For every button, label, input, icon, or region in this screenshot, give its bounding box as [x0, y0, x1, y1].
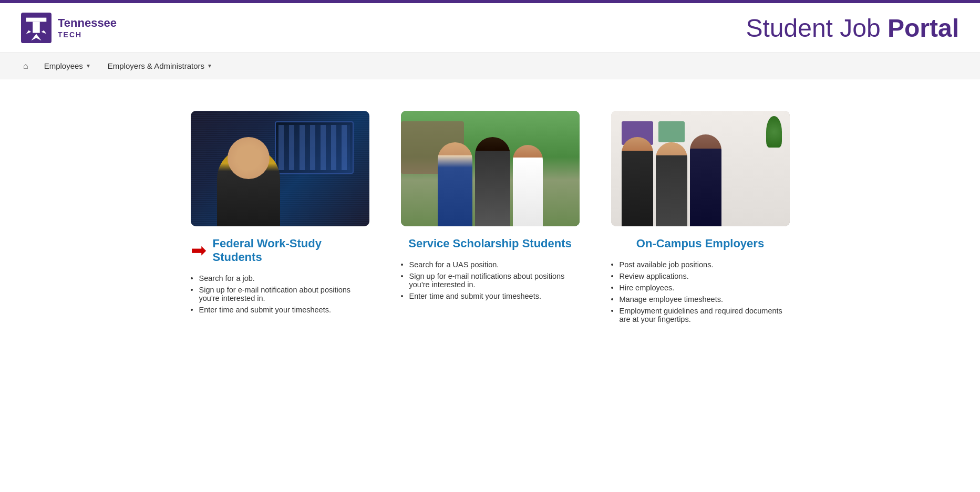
svg-rect-2	[33, 22, 40, 33]
oce-people-decoration	[622, 127, 748, 226]
card-oce-image	[611, 111, 790, 226]
list-item: Post available job positions.	[611, 259, 790, 270]
sss-people-decoration	[438, 132, 543, 226]
employees-dropdown-icon: ▼	[86, 63, 91, 69]
red-arrow-icon: ➡	[191, 241, 207, 260]
employers-dropdown-icon: ▼	[207, 63, 212, 69]
svg-rect-1	[26, 18, 47, 22]
card-sss: Service Scholarship Students Search for …	[401, 111, 580, 325]
header: Tennessee TECH Student Job Portal	[0, 3, 980, 53]
university-tech: TECH	[58, 30, 117, 39]
card-fws-link[interactable]: Federal Work-Study Students	[213, 237, 369, 264]
list-item: Sign up for e-mail notifications about p…	[401, 270, 580, 290]
list-item: Search for a job.	[191, 273, 369, 284]
card-fws-list: Search for a job. Sign up for e-mail not…	[191, 273, 369, 316]
card-oce-list: Post available job positions. Review app…	[611, 259, 790, 325]
oce-person2	[656, 142, 687, 226]
list-item: Employment guidelines and required docum…	[611, 305, 790, 325]
fws-screen-decoration	[275, 121, 354, 174]
home-nav-button[interactable]: ⌂	[16, 53, 36, 79]
logo-text: Tennessee TECH	[58, 16, 117, 39]
oce-person1	[622, 137, 653, 226]
nav-employers-administrators[interactable]: Employers & Administrators ▼	[99, 53, 221, 79]
sss-person3	[513, 145, 543, 226]
card-fws: ➡ Federal Work-Study Students Search for…	[191, 111, 369, 325]
card-oce: On-Campus Employers Post available job p…	[611, 111, 790, 325]
list-item: Search for a UAS position.	[401, 259, 580, 270]
list-item: Review applications.	[611, 270, 790, 282]
list-item: Hire employees.	[611, 282, 790, 294]
card-sss-list: Search for a UAS position. Sign up for e…	[401, 259, 580, 302]
nav-bar: ⌂ Employees ▼ Employers & Administrators…	[0, 53, 980, 79]
cards-container: ➡ Federal Work-Study Students Search for…	[122, 111, 858, 325]
nav-employees-label: Employees	[44, 61, 83, 70]
card-sss-link[interactable]: Service Scholarship Students	[408, 237, 572, 250]
logo-area: Tennessee TECH	[21, 13, 117, 43]
card-oce-link[interactable]: On-Campus Employers	[636, 237, 764, 250]
fws-person-decoration	[217, 148, 280, 226]
home-icon: ⌂	[23, 61, 28, 71]
sss-person1	[438, 142, 473, 226]
card-sss-image	[401, 111, 580, 226]
list-item: Enter time and submit your timesheets.	[401, 290, 580, 302]
card-fws-image	[191, 111, 369, 226]
sss-person2	[475, 137, 510, 226]
card-fws-title-area: ➡ Federal Work-Study Students	[191, 237, 369, 264]
university-name: Tennessee	[58, 16, 117, 30]
main-content: ➡ Federal Work-Study Students Search for…	[0, 79, 980, 367]
nav-employers-label: Employers & Administrators	[108, 61, 204, 70]
list-item: Enter time and submit your timesheets.	[191, 304, 369, 316]
card-sss-title-area: Service Scholarship Students	[401, 237, 580, 250]
tennessee-tech-logo-icon	[21, 13, 51, 43]
list-item: Manage employee timesheets.	[611, 294, 790, 305]
card-oce-title-area: On-Campus Employers	[611, 237, 790, 250]
list-item: Sign up for e-mail notification about po…	[191, 284, 369, 304]
oce-person3	[690, 134, 721, 226]
portal-title: Student Job Portal	[746, 14, 959, 43]
nav-employees[interactable]: Employees ▼	[36, 53, 99, 79]
